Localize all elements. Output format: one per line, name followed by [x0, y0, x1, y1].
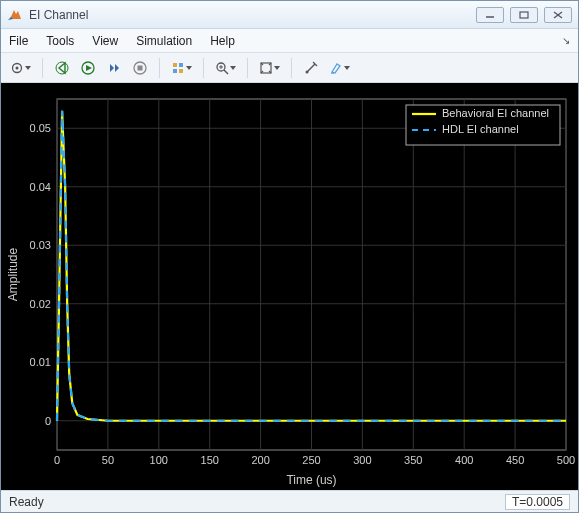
toolbar [1, 53, 578, 83]
svg-text:Behavioral EI channel: Behavioral EI channel [442, 107, 549, 119]
menu-view[interactable]: View [92, 34, 118, 48]
window-buttons [476, 7, 572, 23]
svg-text:200: 200 [251, 454, 269, 466]
highlight-button[interactable] [326, 57, 353, 79]
svg-text:HDL EI channel: HDL EI channel [442, 123, 519, 135]
status-text: Ready [9, 495, 505, 509]
toolbar-separator [291, 58, 292, 78]
svg-text:0.04: 0.04 [30, 181, 51, 193]
menu-simulation[interactable]: Simulation [136, 34, 192, 48]
svg-text:0.02: 0.02 [30, 298, 51, 310]
app-window: EI Channel File Tools View Simulation He… [0, 0, 579, 513]
svg-text:0.01: 0.01 [30, 356, 51, 368]
signal-selector-button[interactable] [168, 57, 195, 79]
run-button[interactable] [77, 57, 99, 79]
chart-canvas: 05010015020025030035040045050000.010.020… [1, 83, 578, 490]
svg-point-19 [306, 70, 309, 73]
minimize-button[interactable] [476, 7, 504, 23]
svg-point-6 [56, 62, 68, 74]
svg-text:450: 450 [506, 454, 524, 466]
titlebar: EI Channel [1, 1, 578, 29]
menu-overflow-icon[interactable]: ↘ [562, 35, 570, 46]
step-back-button[interactable] [51, 57, 73, 79]
stop-button[interactable] [129, 57, 151, 79]
svg-text:150: 150 [201, 454, 219, 466]
svg-rect-11 [179, 63, 183, 67]
step-forward-button[interactable] [103, 57, 125, 79]
menu-help[interactable]: Help [210, 34, 235, 48]
menu-tools[interactable]: Tools [46, 34, 74, 48]
svg-text:50: 50 [102, 454, 114, 466]
toolbar-separator [203, 58, 204, 78]
config-button[interactable] [7, 57, 34, 79]
status-time: T=0.0005 [505, 494, 570, 510]
svg-rect-9 [138, 65, 143, 70]
svg-rect-13 [179, 69, 183, 73]
toolbar-separator [159, 58, 160, 78]
plot-area[interactable]: 05010015020025030035040045050000.010.020… [1, 83, 578, 490]
svg-rect-1 [520, 12, 528, 18]
svg-text:Time (us): Time (us) [286, 473, 336, 487]
autoscale-button[interactable] [256, 57, 283, 79]
svg-text:400: 400 [455, 454, 473, 466]
statusbar: Ready T=0.0005 [1, 490, 578, 512]
menubar: File Tools View Simulation Help ↘ [1, 29, 578, 53]
toolbar-separator [42, 58, 43, 78]
svg-rect-10 [173, 63, 177, 67]
zoom-button[interactable] [212, 57, 239, 79]
toolbar-separator [247, 58, 248, 78]
svg-text:350: 350 [404, 454, 422, 466]
window-title: EI Channel [29, 8, 476, 22]
measure-button[interactable] [300, 57, 322, 79]
svg-rect-12 [173, 69, 177, 73]
svg-text:500: 500 [557, 454, 575, 466]
svg-text:0: 0 [45, 415, 51, 427]
svg-text:300: 300 [353, 454, 371, 466]
close-button[interactable] [544, 7, 572, 23]
maximize-button[interactable] [510, 7, 538, 23]
svg-line-15 [224, 70, 228, 74]
matlab-logo-icon [7, 7, 23, 23]
svg-text:250: 250 [302, 454, 320, 466]
svg-text:Amplitude: Amplitude [6, 248, 20, 302]
svg-text:0.03: 0.03 [30, 239, 51, 251]
svg-text:0.05: 0.05 [30, 122, 51, 134]
svg-text:0: 0 [54, 454, 60, 466]
svg-text:100: 100 [150, 454, 168, 466]
menu-file[interactable]: File [9, 34, 28, 48]
svg-point-5 [16, 66, 19, 69]
